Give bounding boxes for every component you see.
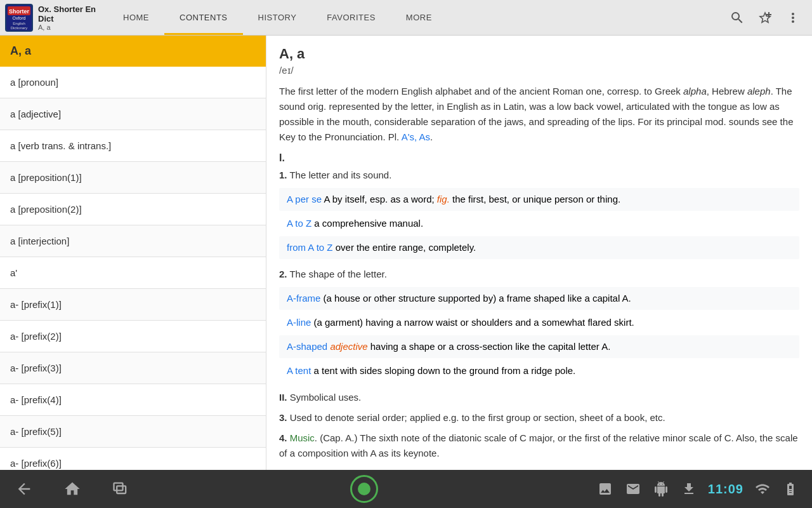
link-fig[interactable]: fig. xyxy=(437,194,450,204)
def-row-a-frame: A-frame (a house or other structure supp… xyxy=(279,287,799,310)
app-icon: Shorter Oxford English Dictionary xyxy=(5,4,33,32)
email-icon xyxy=(624,480,642,498)
def-item-1: 1. The letter and its sound. xyxy=(279,168,799,183)
bottombar: 11:09 xyxy=(0,470,812,508)
def-item-2: 2. The shape of the letter. xyxy=(279,267,799,282)
def-item-3: 3. Used to denote serial order; applied … xyxy=(279,410,799,425)
section-ii: II. Symbolical uses. 3. Used to denote s… xyxy=(279,390,799,470)
sidebar-item-7[interactable]: a- [prefix(1)] xyxy=(0,289,266,321)
nav-tab-more[interactable]: MORE xyxy=(391,0,447,35)
bottom-nav xyxy=(13,478,132,500)
sidebar-items: a [pronoun]a [adjective]a [verb trans. &… xyxy=(0,67,266,470)
def-row-a-shaped: A-shaped adjective having a shape or a c… xyxy=(279,335,799,358)
nav-tab-contents[interactable]: CONTENTS xyxy=(164,0,243,35)
sidebar-item-2[interactable]: a [verb trans. & intrans.] xyxy=(0,130,266,162)
entry-description: The first letter of the modern English a… xyxy=(279,84,799,145)
link-a-shaped[interactable]: A-shaped xyxy=(287,341,327,352)
def-row-a-per-se: A per se A by itself, esp. as a word; fi… xyxy=(279,188,799,211)
link-a-tent[interactable]: A tent xyxy=(287,365,311,376)
section-ii-header: II. Symbolical uses. xyxy=(279,390,799,405)
entry-title: A, a xyxy=(279,46,799,62)
android-icon xyxy=(652,480,670,498)
sidebar-header: A, a xyxy=(0,36,266,67)
app-header: Shorter Oxford English Dictionary Ox. Sh… xyxy=(0,4,108,32)
def-item-4: 4. Music. (Cap. A.) The sixth note of th… xyxy=(279,431,799,461)
sidebar-item-6[interactable]: a' xyxy=(0,257,266,289)
wifi-icon xyxy=(754,480,771,498)
svg-text:English: English xyxy=(13,22,25,25)
back-button[interactable] xyxy=(13,478,36,500)
def-row-a-to-z: A to Z a comprehensive manual. xyxy=(279,212,799,235)
home-button[interactable] xyxy=(61,478,84,500)
recents-button[interactable] xyxy=(109,478,132,500)
link-a-frame[interactable]: A-frame xyxy=(287,293,320,304)
nav-tab-history[interactable]: HISTORY xyxy=(243,0,312,35)
center-circle-inner xyxy=(358,483,370,495)
link-as-plural[interactable]: A's, As xyxy=(402,131,430,142)
svg-text:Oxford: Oxford xyxy=(12,16,25,20)
sidebar-header-text: A, a xyxy=(10,44,31,58)
star-add-button[interactable] xyxy=(754,6,776,29)
link-a-per-se[interactable]: A per se xyxy=(287,194,322,204)
nav-tab-home[interactable]: HOME xyxy=(108,0,164,35)
app-subtitle: A, a xyxy=(38,23,103,31)
topbar-actions xyxy=(718,6,812,29)
sidebar-item-8[interactable]: a- [prefix(2)] xyxy=(0,321,266,352)
link-adjective[interactable]: adjective xyxy=(330,341,367,352)
gallery-icon xyxy=(596,480,614,498)
def-row-a-line: A-line (a garment) having a narrow waist… xyxy=(279,311,799,334)
sidebar-item-10[interactable]: a- [prefix(4)] xyxy=(0,384,266,416)
link-from-a-to-z[interactable]: from A to Z xyxy=(287,242,333,253)
svg-text:Shorter: Shorter xyxy=(9,8,30,15)
sidebar-item-9[interactable]: a- [prefix(3)] xyxy=(0,352,266,384)
sidebar-item-0[interactable]: a [pronoun] xyxy=(0,67,266,98)
bottom-right-status: 11:09 xyxy=(596,480,799,498)
svg-rect-7 xyxy=(117,486,126,493)
search-button[interactable] xyxy=(726,6,749,29)
link-a-to-z[interactable]: A to Z xyxy=(287,218,311,229)
nav-tabs: HOMECONTENTSHISTORYFAVORITESMORE xyxy=(108,0,718,35)
battery-icon xyxy=(782,480,799,498)
link-a-line[interactable]: A-line xyxy=(287,317,311,328)
def-row-a-tent: A tent a tent with sides sloping down to… xyxy=(279,359,799,382)
bottom-center xyxy=(350,475,378,503)
download-icon xyxy=(680,480,698,498)
sidebar-item-1[interactable]: a [adjective] xyxy=(0,98,266,130)
sidebar-item-4[interactable]: a [preposition(2)] xyxy=(0,194,266,225)
sidebar-item-11[interactable]: a- [prefix(5)] xyxy=(0,416,266,448)
nav-tab-favorites[interactable]: FAVORITES xyxy=(311,0,391,35)
app-title-area: Ox. Shorter En Dict A, a xyxy=(38,4,103,31)
more-vert-button[interactable] xyxy=(782,6,804,29)
app-title: Ox. Shorter En Dict xyxy=(38,4,103,23)
svg-text:Dictionary: Dictionary xyxy=(11,26,28,30)
center-circle-button[interactable] xyxy=(350,475,378,503)
time-display: 11:09 xyxy=(708,482,743,497)
sidebar: A, a a [pronoun]a [adjective]a [verb tra… xyxy=(0,36,266,470)
sidebar-item-12[interactable]: a- [prefix(6)] xyxy=(0,448,266,470)
sidebar-item-5[interactable]: a [interjection] xyxy=(0,225,266,257)
entry-pronunciation: /eɪ/ xyxy=(279,65,799,76)
link-music[interactable]: Music xyxy=(290,432,315,443)
dict-content: A, a /eɪ/ The first letter of the modern… xyxy=(266,36,812,470)
def-row-from-a-to-z: from A to Z over the entire range, compl… xyxy=(279,236,799,259)
sidebar-item-3[interactable]: a [preposition(1)] xyxy=(0,162,266,194)
section-i-header: I. xyxy=(279,152,799,164)
